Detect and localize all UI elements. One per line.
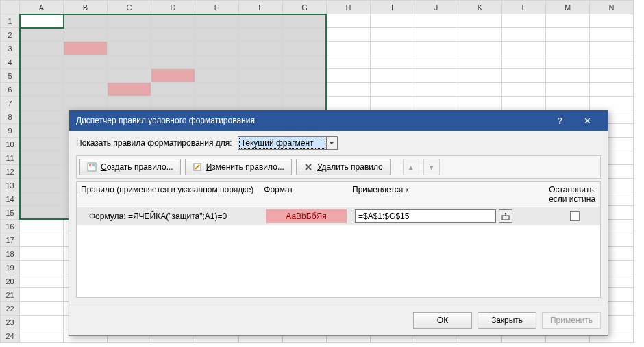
row-9[interactable]: 9	[1, 124, 20, 138]
cell[interactable]	[239, 83, 283, 97]
row-21[interactable]: 21	[1, 288, 20, 302]
cell[interactable]	[108, 14, 151, 28]
cell[interactable]	[327, 97, 371, 110]
cell[interactable]	[283, 14, 327, 28]
col-K[interactable]: K	[458, 1, 502, 14]
cell[interactable]	[20, 151, 64, 165]
cell[interactable]	[20, 206, 64, 220]
cell[interactable]	[20, 28, 64, 42]
cell[interactable]	[458, 42, 502, 55]
cell[interactable]	[20, 83, 64, 97]
cell[interactable]	[20, 192, 64, 206]
row-1[interactable]: 1	[1, 14, 20, 28]
row-18[interactable]: 18	[1, 247, 20, 261]
cell[interactable]	[283, 69, 327, 83]
cell[interactable]	[151, 69, 195, 83]
cell[interactable]	[20, 316, 64, 329]
cell[interactable]	[20, 329, 64, 343]
cell[interactable]	[151, 42, 195, 55]
row-7[interactable]: 7	[1, 97, 20, 110]
cell[interactable]	[502, 28, 546, 42]
col-E[interactable]: E	[195, 1, 239, 14]
cell[interactable]	[20, 124, 64, 138]
cell[interactable]	[20, 14, 64, 28]
cell[interactable]	[546, 28, 590, 42]
row-11[interactable]: 11	[1, 151, 20, 165]
cell[interactable]	[64, 28, 108, 42]
cell[interactable]	[20, 220, 64, 233]
cell[interactable]	[20, 302, 64, 316]
cell[interactable]	[108, 97, 151, 110]
cell[interactable]	[414, 42, 458, 55]
cell[interactable]	[195, 14, 239, 28]
row-12[interactable]: 12	[1, 165, 20, 179]
cell[interactable]	[283, 97, 327, 110]
help-button[interactable]: ?	[546, 110, 573, 131]
cell[interactable]	[108, 69, 151, 83]
col-I[interactable]: I	[371, 1, 414, 14]
cell[interactable]	[283, 83, 327, 97]
cell[interactable]	[502, 83, 546, 97]
rule-row[interactable]: Формула: =ЯЧЕЙКА("защита";A1)=0 АаBbБбЯя	[77, 207, 600, 225]
cell[interactable]	[371, 55, 414, 69]
row-2[interactable]: 2	[1, 28, 20, 42]
cell[interactable]	[371, 97, 414, 110]
scope-dropdown-button[interactable]	[326, 137, 337, 149]
titlebar[interactable]: Диспетчер правил условного форматировани…	[69, 110, 608, 131]
cell[interactable]	[20, 165, 64, 179]
cell[interactable]	[195, 69, 239, 83]
cell[interactable]	[64, 42, 108, 55]
row-19[interactable]: 19	[1, 261, 20, 274]
cell[interactable]	[64, 69, 108, 83]
cell[interactable]	[108, 42, 151, 55]
cell[interactable]	[590, 42, 634, 55]
cell[interactable]	[458, 97, 502, 110]
row-22[interactable]: 22	[1, 302, 20, 316]
cell[interactable]	[20, 110, 64, 124]
row-13[interactable]: 13	[1, 179, 20, 192]
cell[interactable]	[414, 69, 458, 83]
cell[interactable]	[371, 14, 414, 28]
cell[interactable]	[327, 14, 371, 28]
cell[interactable]	[327, 55, 371, 69]
scope-value[interactable]	[238, 137, 326, 149]
cell[interactable]	[414, 83, 458, 97]
cell[interactable]	[108, 55, 151, 69]
cell[interactable]	[239, 97, 283, 110]
cell[interactable]	[20, 261, 64, 274]
cell[interactable]	[195, 42, 239, 55]
cell[interactable]	[151, 83, 195, 97]
cell[interactable]	[546, 97, 590, 110]
cell[interactable]	[195, 97, 239, 110]
cell[interactable]	[546, 69, 590, 83]
cell[interactable]	[239, 42, 283, 55]
row-3[interactable]: 3	[1, 42, 20, 55]
cell[interactable]	[502, 97, 546, 110]
delete-rule-button[interactable]: Удалить правило	[296, 159, 391, 175]
cell[interactable]	[151, 97, 195, 110]
row-17[interactable]: 17	[1, 233, 20, 247]
cell[interactable]	[20, 42, 64, 55]
row-4[interactable]: 4	[1, 55, 20, 69]
cell[interactable]	[590, 83, 634, 97]
cell[interactable]	[327, 69, 371, 83]
col-J[interactable]: J	[414, 1, 458, 14]
row-6[interactable]: 6	[1, 83, 20, 97]
row-16[interactable]: 16	[1, 220, 20, 233]
cell[interactable]	[64, 14, 108, 28]
cell[interactable]	[239, 69, 283, 83]
cell[interactable]	[458, 83, 502, 97]
col-H[interactable]: H	[327, 1, 371, 14]
col-M[interactable]: M	[546, 1, 590, 14]
new-rule-button[interactable]: Создать правило...	[79, 159, 181, 175]
cell[interactable]	[458, 28, 502, 42]
cell[interactable]	[239, 55, 283, 69]
cell[interactable]	[20, 55, 64, 69]
cell[interactable]	[64, 55, 108, 69]
cell[interactable]	[414, 14, 458, 28]
row-14[interactable]: 14	[1, 192, 20, 206]
close-button[interactable]: ✕	[573, 110, 601, 131]
cell[interactable]	[151, 28, 195, 42]
cell[interactable]	[371, 28, 414, 42]
col-B[interactable]: B	[64, 1, 108, 14]
